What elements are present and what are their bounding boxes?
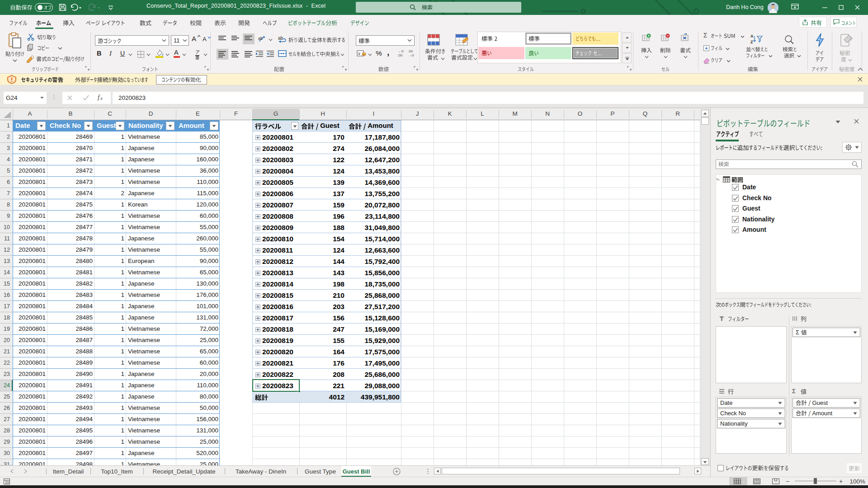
svg-text:¥: ¥ [358, 52, 361, 56]
svg-text:ab: ab [258, 36, 263, 41]
svg-text:←0: ←0 [398, 49, 404, 53]
svg-text:.00: .00 [397, 53, 403, 57]
svg-text:→0: →0 [408, 53, 414, 57]
svg-text:A: A [750, 34, 754, 38]
svg-text:.00: .00 [408, 49, 413, 53]
svg-text:ab: ab [278, 36, 283, 41]
svg-text:Z: Z [750, 40, 753, 44]
